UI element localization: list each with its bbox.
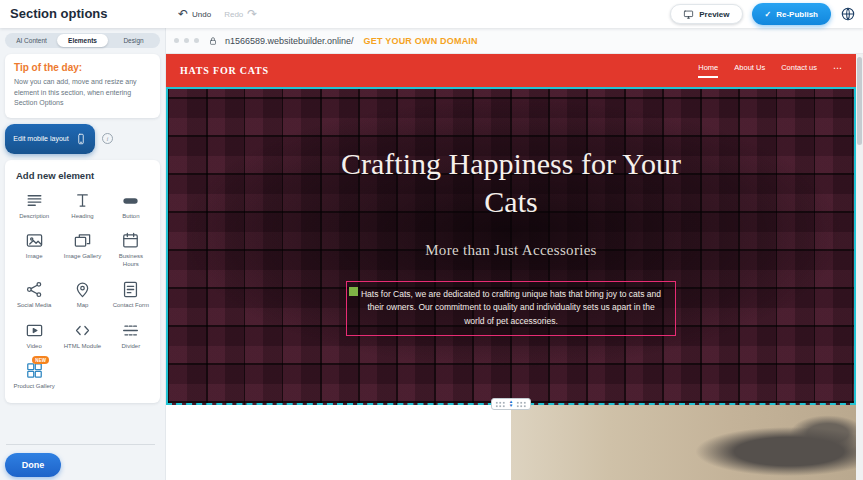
- button-icon: [121, 191, 140, 210]
- element-label: Product Gallery: [13, 383, 54, 391]
- element-label: Divider: [121, 343, 140, 351]
- section-resize-handle[interactable]: ▲ ▼: [491, 398, 531, 410]
- preview-button[interactable]: Preview: [670, 4, 742, 24]
- globe-icon[interactable]: [840, 6, 856, 22]
- undo-label: Undo: [192, 10, 211, 19]
- tab-ai-content-label: AI Content: [16, 37, 47, 44]
- element-label: Description: [19, 213, 49, 221]
- republish-button[interactable]: ✓ Re-Publish: [752, 3, 831, 25]
- element-image-gallery[interactable]: Image Gallery: [58, 231, 106, 269]
- check-icon: ✓: [765, 10, 772, 19]
- grip-dots-icon: [516, 401, 527, 408]
- description-icon: [25, 191, 44, 210]
- done-button[interactable]: Done: [5, 453, 61, 477]
- redo-button[interactable]: Redo ↷: [220, 8, 261, 20]
- info-icon[interactable]: i: [102, 133, 113, 144]
- republish-label: Re-Publish: [776, 10, 818, 19]
- element-map[interactable]: Map: [58, 280, 106, 310]
- add-element-title: Add new element: [16, 170, 155, 181]
- element-drag-handle[interactable]: [349, 287, 358, 296]
- edit-mobile-label: Edit mobile layout: [13, 135, 68, 142]
- image-gallery-icon: [73, 231, 92, 250]
- element-label: HTML Module: [64, 343, 101, 351]
- mobile-phone-icon: [75, 133, 87, 145]
- site-preview: Hats for Cats Home About Us Contact us ⋯…: [166, 54, 863, 480]
- element-product-gallery[interactable]: NEW Product Gallery: [10, 361, 58, 391]
- element-contact-form[interactable]: Contact Form: [107, 280, 155, 310]
- site-logo[interactable]: Hats for Cats: [180, 65, 269, 76]
- video-icon: [25, 321, 44, 340]
- next-section: [166, 405, 856, 480]
- element-label: Heading: [71, 213, 93, 221]
- tip-title: Tip of the day:: [14, 62, 151, 73]
- arrow-down-icon: ▼: [509, 404, 513, 408]
- tab-design-label: Design: [123, 37, 143, 44]
- window-dot-icon: [194, 38, 199, 43]
- image-icon: [25, 231, 44, 250]
- site-url: n1566589.websitebuilder.online/: [225, 36, 354, 46]
- hero-text-element-selected[interactable]: Hats for Cats, we are dedicated to craft…: [346, 281, 676, 336]
- product-gallery-icon: [25, 361, 44, 380]
- element-label: Image: [26, 253, 43, 261]
- undo-button[interactable]: ↶ Undo: [174, 8, 215, 20]
- page-title: Section options: [10, 6, 108, 21]
- element-label: Contact Form: [113, 302, 149, 310]
- nav-home[interactable]: Home: [698, 63, 718, 78]
- heading-icon: [73, 191, 92, 210]
- element-grid: Description Heading Button Image: [10, 191, 155, 392]
- edit-mobile-layout-button[interactable]: Edit mobile layout: [5, 124, 95, 154]
- tab-ai-content[interactable]: AI Content: [6, 34, 57, 47]
- element-html-module[interactable]: HTML Module: [58, 321, 106, 351]
- hero-subheading[interactable]: More than Just Accessories: [425, 242, 597, 259]
- browser-bar: n1566589.websitebuilder.online/ GET YOUR…: [166, 28, 863, 54]
- element-label: Social Media: [17, 302, 51, 310]
- element-label: Business Hours: [110, 253, 152, 269]
- new-badge: NEW: [32, 356, 49, 364]
- element-label: Video: [27, 343, 42, 351]
- nav-contact-us[interactable]: Contact us: [781, 63, 817, 78]
- element-button[interactable]: Button: [107, 191, 155, 221]
- social-media-icon: [25, 280, 44, 299]
- edit-mobile-row: Edit mobile layout i: [5, 124, 160, 154]
- site-nav: Home About Us Contact us ⋯: [698, 63, 842, 78]
- panel-tabs: AI Content Elements Design: [5, 33, 160, 48]
- element-video[interactable]: Video: [10, 321, 58, 351]
- selected-hero-section[interactable]: Crafting Happiness for Your Cats More th…: [166, 87, 856, 405]
- nav-more-icon[interactable]: ⋯: [833, 65, 842, 78]
- element-divider[interactable]: Divider: [107, 321, 155, 351]
- get-domain-link[interactable]: GET YOUR OWN DOMAIN: [364, 36, 478, 46]
- redo-label: Redo: [224, 10, 243, 19]
- history-controls: ↶ Undo Redo ↷: [174, 0, 261, 28]
- tab-elements-label: Elements: [68, 37, 97, 44]
- scrollbar-thumb[interactable]: [857, 57, 862, 145]
- element-label: Button: [122, 213, 139, 221]
- grip-dots-icon: [495, 401, 506, 408]
- website-builder-app: Section options ↶ Undo Redo ↷ Preview ✓ …: [0, 0, 863, 480]
- tab-design[interactable]: Design: [108, 34, 159, 47]
- element-description[interactable]: Description: [10, 191, 58, 221]
- top-toolbar: Section options ↶ Undo Redo ↷ Preview ✓ …: [0, 0, 863, 28]
- element-image[interactable]: Image: [10, 231, 58, 269]
- cat-photo[interactable]: [511, 405, 863, 480]
- tab-elements[interactable]: Elements: [57, 34, 108, 47]
- map-pin-icon: [73, 280, 92, 299]
- preview-label: Preview: [699, 10, 729, 19]
- section-options-panel: AI Content Elements Design Tip of the da…: [0, 28, 166, 480]
- toolbar-right-controls: Preview ✓ Re-Publish: [670, 0, 856, 28]
- element-label: Image Gallery: [64, 253, 101, 261]
- contact-form-icon: [121, 280, 140, 299]
- undo-icon: ↶: [178, 8, 188, 20]
- window-dot-icon: [174, 38, 179, 43]
- redo-icon: ↷: [247, 8, 257, 20]
- site-scrollbar[interactable]: [856, 54, 863, 480]
- window-dot-icon: [184, 38, 189, 43]
- hero-heading[interactable]: Crafting Happiness for Your Cats: [331, 145, 691, 222]
- editor-canvas: n1566589.websitebuilder.online/ GET YOUR…: [166, 28, 863, 480]
- nav-about-us[interactable]: About Us: [734, 63, 765, 78]
- element-heading[interactable]: Heading: [58, 191, 106, 221]
- resize-arrows-icon: ▲ ▼: [509, 400, 513, 408]
- monitor-icon: [683, 9, 694, 20]
- divider-icon: [121, 321, 140, 340]
- element-social-media[interactable]: Social Media: [10, 280, 58, 310]
- element-business-hours[interactable]: Business Hours: [107, 231, 155, 269]
